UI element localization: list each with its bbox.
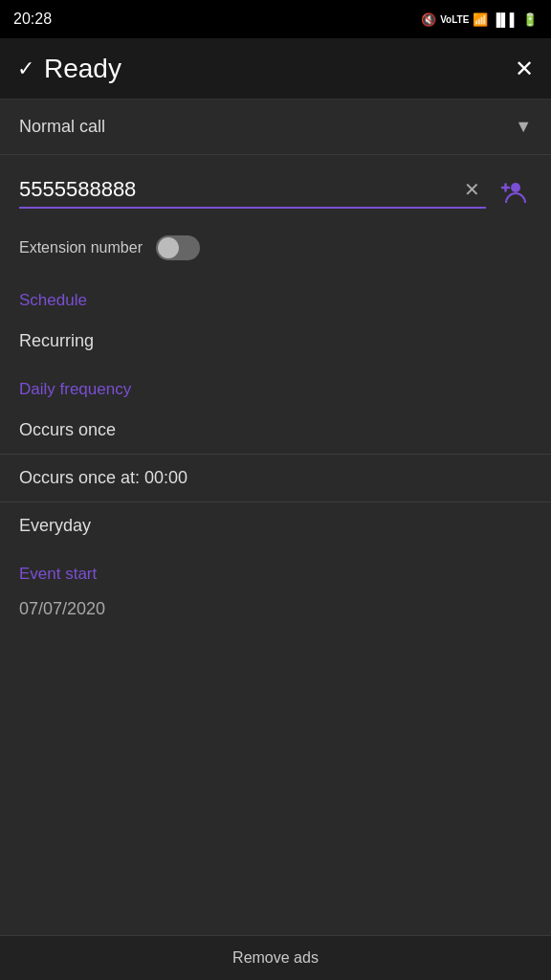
header-bar: ✓ Ready ✕	[0, 38, 551, 100]
signal-icon: ▐▌▌	[492, 12, 518, 27]
daily-frequency-section-label: Daily frequency	[0, 365, 551, 407]
event-start-date[interactable]: 07/07/2020	[0, 591, 551, 638]
close-button[interactable]: ✕	[515, 56, 534, 82]
status-bar: 20:28 🔇 VoLTE 📶 ▐▌▌ 🔋	[0, 0, 551, 38]
occurs-once-at-row[interactable]: Occurs once at: 00:00	[0, 455, 551, 501]
call-type-dropdown[interactable]: Normal call ▼	[0, 100, 551, 155]
add-contact-icon	[499, 178, 528, 207]
occurs-once-row[interactable]: Occurs once	[0, 407, 551, 454]
svg-point-0	[511, 183, 520, 192]
dropdown-arrow-icon: ▼	[515, 117, 532, 137]
schedule-section-label: Schedule	[0, 276, 551, 318]
wifi-icon: 📶	[473, 12, 488, 27]
remove-ads-label: Remove ads	[232, 949, 319, 966]
toggle-track	[156, 235, 200, 260]
extension-label: Extension number	[19, 239, 143, 256]
status-icons: 🔇 VoLTE 📶 ▐▌▌ 🔋	[421, 12, 538, 27]
phone-area: ✕	[0, 155, 551, 220]
toggle-thumb	[158, 237, 179, 258]
mute-icon: 🔇	[421, 12, 436, 27]
extension-row: Extension number	[0, 220, 551, 276]
battery-icon: 🔋	[522, 12, 538, 27]
recurring-row[interactable]: Recurring	[0, 318, 551, 365]
volte-icon: VoLTE	[440, 14, 469, 25]
extension-toggle[interactable]	[156, 235, 200, 260]
content-area: Normal call ▼ ✕ Extension number	[0, 100, 551, 638]
add-contact-button[interactable]	[496, 174, 532, 211]
header-left: ✓ Ready	[17, 54, 121, 84]
page-title: Ready	[44, 54, 121, 84]
status-time: 20:28	[13, 11, 52, 28]
checkmark-icon: ✓	[17, 56, 34, 81]
clear-phone-button[interactable]: ✕	[458, 176, 486, 203]
call-type-label: Normal call	[19, 117, 105, 137]
everyday-row[interactable]: Everyday	[0, 502, 551, 549]
remove-ads-bar[interactable]: Remove ads	[0, 935, 551, 980]
phone-input-wrapper: ✕	[19, 176, 486, 209]
phone-input[interactable]	[19, 177, 458, 202]
event-start-section-label: Event start	[0, 549, 551, 591]
